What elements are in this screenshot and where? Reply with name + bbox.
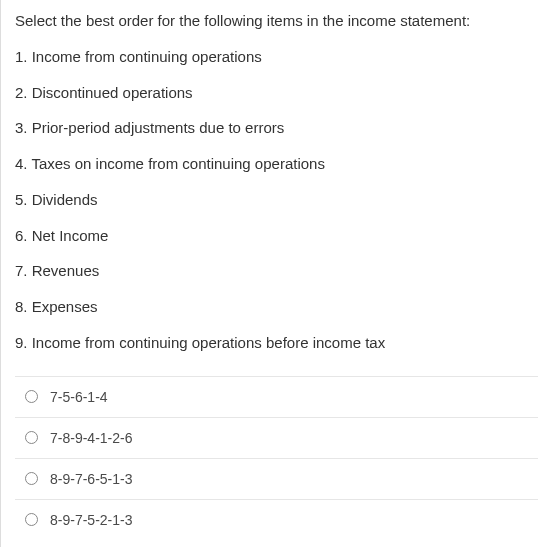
answer-choice-2[interactable]: 8-9-7-6-5-1-3: [15, 458, 538, 499]
stem-item: 8. Expenses: [15, 296, 538, 318]
stem-item: 9. Income from continuing operations bef…: [15, 332, 538, 354]
stem-item: 1. Income from continuing operations: [15, 46, 538, 68]
stem-item: 2. Discontinued operations: [15, 82, 538, 104]
stem-item: 7. Revenues: [15, 260, 538, 282]
choice-label: 8-9-7-5-2-1-3: [50, 512, 132, 528]
answer-choice-3[interactable]: 8-9-7-5-2-1-3: [15, 499, 538, 540]
radio-icon: [25, 513, 38, 526]
answer-choice-1[interactable]: 7-8-9-4-1-2-6: [15, 417, 538, 458]
question-stem: Select the best order for the following …: [15, 10, 538, 354]
stem-item: 4. Taxes on income from continuing opera…: [15, 153, 538, 175]
choice-label: 8-9-7-6-5-1-3: [50, 471, 132, 487]
radio-icon: [25, 472, 38, 485]
answer-choice-0[interactable]: 7-5-6-1-4: [15, 376, 538, 417]
stem-item: 3. Prior-period adjustments due to error…: [15, 117, 538, 139]
question-container: Select the best order for the following …: [0, 0, 552, 547]
answer-choices: 7-5-6-1-4 7-8-9-4-1-2-6 8-9-7-6-5-1-3 8-…: [15, 376, 538, 540]
stem-item: 5. Dividends: [15, 189, 538, 211]
question-prompt: Select the best order for the following …: [15, 10, 538, 32]
stem-item: 6. Net Income: [15, 225, 538, 247]
choice-label: 7-5-6-1-4: [50, 389, 108, 405]
radio-icon: [25, 431, 38, 444]
radio-icon: [25, 390, 38, 403]
choice-label: 7-8-9-4-1-2-6: [50, 430, 132, 446]
